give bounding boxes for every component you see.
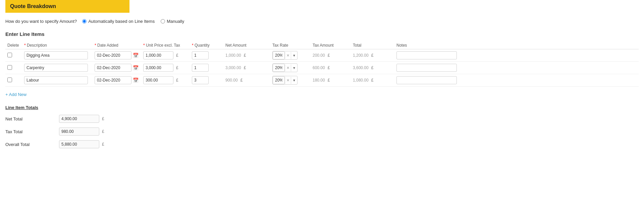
delete-checkbox-0[interactable]	[7, 53, 12, 57]
tax-dropdown-icon-0[interactable]: ▼	[291, 52, 297, 59]
radio-manual-label[interactable]: Manually	[161, 19, 184, 24]
qty-input-0[interactable]	[192, 51, 209, 59]
col-date-added: Date Added	[93, 42, 141, 49]
table-row: 📅 £ 900.00 £	[5, 74, 639, 87]
total-currency-0: £	[371, 53, 374, 58]
price-input-0[interactable]	[143, 51, 173, 59]
amount-question-label: How do you want to specify Amount?	[5, 19, 77, 24]
total-currency-2: £	[371, 78, 374, 83]
page-wrapper: Quote Breakdown How do you want to speci…	[0, 0, 644, 159]
tax-rate-input-1[interactable]	[273, 64, 285, 72]
price-cell-1: £	[141, 62, 190, 74]
col-delete: Delete	[5, 42, 22, 49]
table-row: 📅 £ 1,000.00 £	[5, 49, 639, 62]
qty-cell-2	[190, 74, 223, 87]
notes-input-0[interactable]	[396, 51, 457, 59]
table-row: 📅 £ 3,000.00 £	[5, 62, 639, 74]
total-cell-2: 1,080.00 £	[351, 74, 394, 87]
net-amount-cell-0: 1,000.00 £	[223, 49, 270, 62]
net-amount-value-0: 1,000.00	[225, 53, 241, 58]
notes-input-1[interactable]	[396, 64, 457, 72]
radio-auto-label[interactable]: Automatically based on Line Items	[82, 19, 155, 24]
description-cell-1	[22, 62, 93, 74]
description-cell-2	[22, 74, 93, 87]
price-cell-0: £	[141, 49, 190, 62]
notes-cell-2	[394, 74, 639, 87]
notes-cell-0	[394, 49, 639, 62]
date-input-1[interactable]	[95, 64, 131, 72]
col-notes: Notes	[394, 42, 639, 49]
net-total-label: Net Total	[5, 116, 59, 121]
tax-total-currency: £	[102, 129, 104, 134]
tax-amount-value-0: 200.00	[313, 53, 325, 58]
tax-amount-cell-0: 200.00 £	[311, 49, 351, 62]
overall-total-wrap: £	[59, 140, 126, 148]
calendar-icon-1[interactable]: 📅	[133, 65, 139, 70]
add-new-button[interactable]: + Add New	[5, 90, 26, 99]
totals-grid: Net Total £ Tax Total £ Overall Total £	[5, 115, 639, 148]
qty-cell-0	[190, 49, 223, 62]
tax-amount-cell-1: 600.00 £	[311, 62, 351, 74]
qty-input-1[interactable]	[192, 64, 209, 72]
net-amount-cell-2: 900.00 £	[223, 74, 270, 87]
tax-rate-cell-2: ✕ ▼	[270, 74, 311, 87]
col-total: Total	[351, 42, 394, 49]
line-item-totals-heading: Line Item Totals	[5, 105, 639, 110]
tax-rate-input-2[interactable]	[273, 76, 285, 84]
calendar-icon-0[interactable]: 📅	[133, 53, 139, 58]
overall-total-label: Overall Total	[5, 142, 59, 147]
radio-auto[interactable]	[82, 19, 87, 23]
total-cell-1: 3,600.00 £	[351, 62, 394, 74]
tax-amount-value-2: 180.00	[313, 78, 325, 83]
description-input-1[interactable]	[24, 64, 88, 72]
delete-checkbox-1[interactable]	[7, 65, 12, 70]
price-currency-2: £	[176, 78, 178, 83]
radio-manual-text: Manually	[167, 19, 184, 24]
date-input-0[interactable]	[95, 51, 131, 59]
net-amount-value-2: 900.00	[225, 78, 238, 83]
price-input-1[interactable]	[143, 64, 173, 72]
qty-input-2[interactable]	[192, 76, 209, 84]
col-tax-rate: Tax Rate	[270, 42, 311, 49]
price-currency-1: £	[176, 65, 178, 70]
tax-dropdown-icon-2[interactable]: ▼	[291, 77, 297, 84]
description-input-2[interactable]	[24, 76, 88, 84]
tax-dropdown-icon-1[interactable]: ▼	[291, 65, 297, 71]
tax-clear-icon-1[interactable]: ✕	[285, 64, 291, 71]
delete-cell-0	[5, 49, 22, 62]
col-description: Description	[22, 42, 93, 49]
delete-checkbox-2[interactable]	[7, 78, 12, 82]
tax-clear-icon-0[interactable]: ✕	[285, 52, 291, 59]
total-currency-1: £	[371, 65, 374, 70]
amount-radio-group: Automatically based on Line Items Manual…	[82, 19, 184, 24]
col-net-amount: Net Amount	[223, 42, 270, 49]
net-amount-value-1: 3,000.00	[225, 65, 241, 70]
quote-breakdown-title: Quote Breakdown	[5, 0, 129, 13]
notes-input-2[interactable]	[396, 76, 457, 84]
net-currency-1: £	[244, 65, 246, 70]
tax-total-input	[59, 128, 99, 136]
net-total-input	[59, 115, 99, 123]
tax-amount-currency-2: £	[328, 78, 330, 83]
date-input-2[interactable]	[95, 76, 131, 84]
radio-manual[interactable]	[161, 19, 165, 23]
price-currency-0: £	[176, 53, 178, 58]
tax-amount-cell-2: 180.00 £	[311, 74, 351, 87]
net-currency-0: £	[244, 53, 246, 58]
price-input-2[interactable]	[143, 76, 173, 84]
tax-total-label: Tax Total	[5, 129, 59, 134]
radio-auto-text: Automatically based on Line Items	[88, 19, 155, 24]
tax-amount-currency-1: £	[328, 65, 330, 70]
date-cell-2: 📅	[93, 74, 141, 87]
tax-clear-icon-2[interactable]: ✕	[285, 77, 291, 84]
description-input-0[interactable]	[24, 51, 88, 59]
description-cell-0	[22, 49, 93, 62]
net-currency-2: £	[240, 78, 243, 83]
tax-rate-input-0[interactable]	[273, 51, 285, 59]
tax-rate-cell-1: ✕ ▼	[270, 62, 311, 74]
overall-total-input	[59, 140, 99, 148]
calendar-icon-2[interactable]: 📅	[133, 78, 139, 83]
line-items-table: Delete Description Date Added Unit Price…	[5, 42, 639, 87]
col-quantity: Quantity	[190, 42, 223, 49]
net-amount-cell-1: 3,000.00 £	[223, 62, 270, 74]
